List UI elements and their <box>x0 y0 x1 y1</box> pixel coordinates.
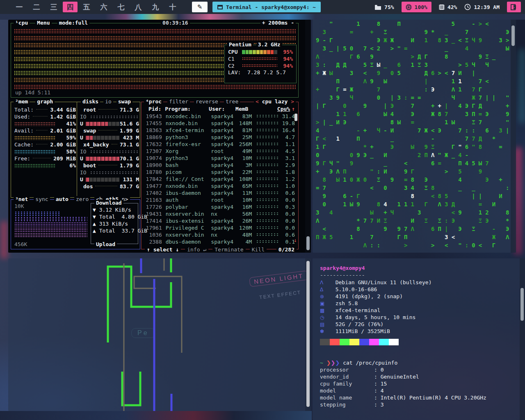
table-row[interactable]: 1036nxserver.binnx48M0.6 <box>145 231 295 238</box>
workspace-button-10[interactable]: 十 <box>164 2 181 12</box>
tab-disks[interactable]: disks <box>81 98 100 105</box>
paintbrush-icon: ✎ <box>197 3 203 11</box>
shell-prompt: ~ ❯❯❯ cat /proc/cpuinfo <box>320 359 514 366</box>
bpytop-scrollbar-thumb[interactable] <box>306 236 310 250</box>
disk-name-row: dos83.7 G <box>80 183 139 190</box>
cpu-meter-block <box>253 50 256 54</box>
workspace-button-8[interactable]: 八 <box>130 2 146 12</box>
tab-proc[interactable]: ⁴proc <box>144 98 163 105</box>
cpu-total-row: CPU 95% <box>228 48 293 55</box>
net-zero-toggle[interactable]: zero <box>74 196 90 202</box>
table-row[interactable]: 17842file:// Contsparky4108M1.2 <box>145 176 295 183</box>
core-graph <box>242 57 277 61</box>
prompt-command[interactable]: cat /proc/cpuinfo <box>343 360 397 366</box>
workspace-button-5[interactable]: 五 <box>78 2 95 12</box>
memory-indicator[interactable]: 42% <box>439 4 457 10</box>
proc-filter-button[interactable]: filter <box>167 98 190 105</box>
disk-used-row: U423 M <box>80 134 139 141</box>
bpytop-scrollbar[interactable] <box>305 20 311 253</box>
folder-icon <box>374 5 381 10</box>
sort-direction-arrow: ↑ <box>292 106 295 112</box>
active-window-title[interactable]: Terminal - sparky4@xompy4: ~ <box>212 2 321 12</box>
wallpaper-cyan-streak <box>520 49 524 123</box>
prompt-arrow: ❯ <box>335 360 340 366</box>
proc-sort-selector[interactable]: < cpu lazy > <box>254 98 296 105</box>
disk-name: swap <box>83 128 96 134</box>
tab-io[interactable]: io <box>103 98 113 105</box>
power-button[interactable] <box>507 2 521 12</box>
neofetch-disk-text: 52G / 72G (76%) <box>329 321 383 327</box>
launcher-button[interactable]: ✎ <box>192 2 208 12</box>
disk-name: boot <box>83 162 96 169</box>
menu-button[interactable]: Menu <box>35 20 51 26</box>
interval-control[interactable]: + 2000ms - <box>260 20 296 26</box>
table-row[interactable]: 19431nxserver.binnx56M0.0 <box>145 210 295 217</box>
palette-swatch <box>369 339 379 345</box>
table-row[interactable]: 19074python3sparky410M3.1 <box>145 155 295 162</box>
table-row[interactable]: 18363xfce4-terminsparky481M16.4 <box>145 127 295 134</box>
table-row[interactable]: 2388dbus-daemonsparky44M0.1 <box>145 238 295 245</box>
pipes-scrollbar-thumb[interactable] <box>306 261 310 407</box>
mem-graph-toggle[interactable]: graph <box>35 98 55 105</box>
terminate-button[interactable]: Terminate <box>212 247 245 253</box>
workspace-button-3[interactable]: 三 <box>46 2 62 12</box>
net-auto-toggle[interactable]: auto <box>54 196 70 202</box>
table-row[interactable]: 17961Privileged Csparky4120M0.0 <box>145 224 295 231</box>
cmatrix-terminal-window: " 1 8 П 5 ->< 3 = + Ξ 9* _ 7 Э 9-Г ЭЖЖ И… <box>313 20 516 253</box>
tab-cpu[interactable]: ¹cpu <box>14 20 30 26</box>
proc-scrollbar-thumb[interactable] <box>294 114 297 121</box>
disk-used-bar <box>86 157 119 161</box>
cpuinfo-line: model name: Intel(R) Pentium(R) 4 CPU 3.… <box>320 394 514 401</box>
tab-net[interactable]: ³net <box>14 196 30 202</box>
prompt-arrow: ❯ <box>331 360 336 366</box>
terminal-icon: ▩ <box>320 308 329 313</box>
cpu-indicator[interactable]: 100% <box>402 2 431 12</box>
table-row[interactable]: 19477nxnode.binsparky465M1.0 <box>145 183 295 189</box>
workspace-button-6[interactable]: 六 <box>96 2 112 12</box>
table-row[interactable]: 18900bashsparky43M2.9 <box>145 162 295 169</box>
table-row[interactable]: 17726polybarsparky416M0.3 <box>145 203 295 210</box>
disk-used-row: U131 M <box>80 176 139 183</box>
net-stat-line: ▼ Total 4.80 GiB <box>93 214 136 221</box>
memory-icon: ✽ <box>320 329 329 334</box>
info-button[interactable]: info ↵ <box>185 247 208 253</box>
workspace-button-7[interactable]: 七 <box>113 2 129 12</box>
table-row[interactable]: 18780picomsparky422M1.8 <box>145 169 295 176</box>
window-icon <box>217 5 223 9</box>
neofetch-terminal-row: ▩ xfce4-terminal <box>320 307 514 314</box>
table-row[interactable]: 17632firefox-esrsparky4256M1.1 <box>145 141 295 148</box>
table-row[interactable]: 17307Xorgroot49M4.5 <box>145 148 295 155</box>
clock-indicator[interactable]: 12:39 AM <box>464 4 500 10</box>
proc-tree-button[interactable]: tree <box>224 98 240 105</box>
table-row[interactable]: 17414ibus-extensisparky426M0.0 <box>145 217 295 224</box>
matrix-scrollbar-thumb[interactable] <box>511 25 515 46</box>
proc-reverse-button[interactable]: reverse <box>194 98 220 105</box>
table-row[interactable]: 17455nxnode.binsparky4148M19.8 <box>145 120 295 127</box>
neofetch-scrollbar[interactable] <box>520 258 525 420</box>
table-row[interactable]: 19543nxcodec.binsparky483M31.4 <box>145 113 295 120</box>
net-stat-line: ▲ Total 33.7 GiB <box>93 228 136 235</box>
tab-swap[interactable]: swap <box>116 98 132 105</box>
proc-footer: ↑ select ↓ info ↵ Terminate Kill 0/282 <box>145 247 297 253</box>
mode-toggle[interactable]: mode:full <box>57 20 89 26</box>
kill-button[interactable]: Kill <box>250 247 267 253</box>
neofetch-os-row: Λ Debian GNU/Linux 11 (bullseye) <box>320 279 514 286</box>
core-rows: C194%C294% <box>228 55 293 69</box>
pipes-scrollbar[interactable] <box>305 258 311 411</box>
workspace-button-4[interactable]: 四 <box>63 2 78 12</box>
neofetch-scrollbar-thumb[interactable] <box>520 288 524 321</box>
tab-mem[interactable]: ²mem <box>14 98 30 105</box>
table-row[interactable]: 21163authroot10M0.0 <box>145 196 295 203</box>
net-sync-toggle[interactable]: sync <box>34 196 50 202</box>
table-row[interactable]: 17402ibus-daemonsparky411M0.6 <box>145 189 295 196</box>
matrix-scrollbar[interactable] <box>511 20 516 253</box>
mem-meter-bar <box>14 122 55 126</box>
workspace-button-2[interactable]: 二 <box>28 2 45 12</box>
select-control[interactable]: ↑ select ↓ <box>145 247 181 253</box>
disk-indicator[interactable]: 75% <box>374 4 394 10</box>
more-rows-arrow: ↓ <box>294 237 297 243</box>
upload-label: Upload <box>94 241 117 247</box>
workspace-button-1[interactable]: 一 <box>11 2 27 12</box>
table-row[interactable]: 18869python3sparky425M4.7 <box>145 134 295 141</box>
workspace-button-9[interactable]: 九 <box>147 2 164 12</box>
